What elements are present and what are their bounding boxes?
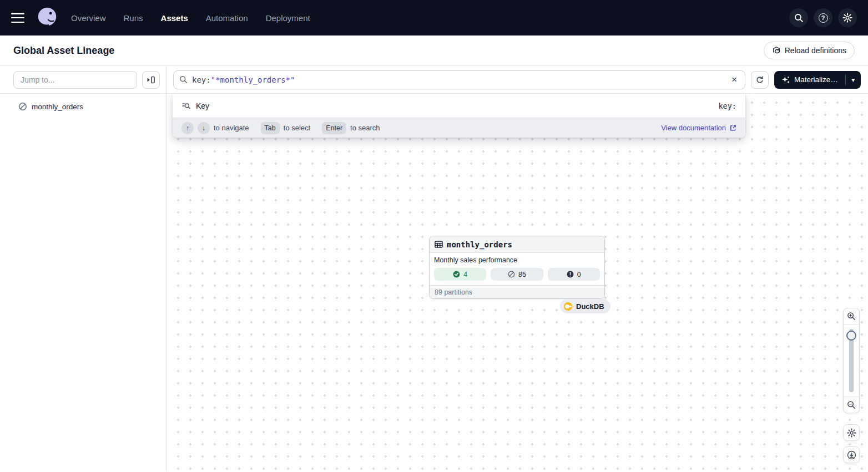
graph-toolbar: key:"*monthly_orders*" × Materialize… ▾ [167,66,868,94]
table-icon [435,241,443,248]
partitions-label: 89 partitions [435,288,472,296]
content-area: monthly_orders key:"*monthly_orders*" × [0,66,868,471]
external-link-icon [729,124,736,131]
materialized-count: 4 [463,271,467,278]
nav-item-automation[interactable]: Automation [206,13,248,23]
sidebar-toolbar [0,66,166,94]
nav-item-assets[interactable]: Assets [161,13,188,23]
download-circle-icon [847,450,856,460]
asset-search-input[interactable]: key:"*monthly_orders*" × [173,70,745,89]
tab-key: Tab [261,122,280,134]
lineage-canvas[interactable]: Key key: ↑ ↓ to navigate Tab to select E… [167,94,868,471]
zoom-out-button[interactable] [844,397,859,413]
suggestion-row-key[interactable]: Key key: [173,94,745,118]
duckdb-storage-badge[interactable]: DuckDB [560,299,610,313]
nav-item-deployment[interactable]: Deployment [266,13,310,23]
download-view-button[interactable] [843,446,860,463]
enter-key: Enter [322,122,346,134]
asset-node-name: monthly_orders [447,240,512,249]
duckdb-icon [563,302,573,311]
zoom-control-panel [843,308,860,413]
collapse-panel-icon [147,76,155,84]
top-nav-actions: ? [789,8,857,27]
search-query-value: "*monthly_orders*" [211,75,295,84]
select-hint: to select [284,124,310,132]
search-query-prefix: key: [192,75,211,84]
materialized-count-pill[interactable]: 4 [434,268,486,281]
duckdb-label: DuckDB [576,302,604,311]
collapse-panel-button[interactable] [142,71,160,89]
search-icon [179,75,188,84]
circle-slash-icon [508,271,515,278]
zoom-in-icon [847,312,856,321]
chevron-down-icon: ▾ [851,76,855,84]
view-documentation-label: View documentation [661,124,726,132]
missing-count: 85 [518,271,526,278]
partition-status-pills: 4 85 0 [434,268,600,281]
primary-nav: Overview Runs Assets Automation Deployme… [71,13,310,23]
asset-node-description: Monthly sales performance [434,256,600,264]
missing-count-pill[interactable]: 85 [491,268,543,281]
materialize-dropdown-button[interactable]: ▾ [846,71,861,89]
materialize-label: Materialize… [794,75,838,84]
gear-icon [847,428,856,438]
asset-node-footer: 89 partitions [430,285,604,298]
zoom-out-icon [847,400,856,409]
top-nav-bar: Overview Runs Assets Automation Deployme… [0,0,868,35]
asset-sidebar: monthly_orders [0,66,167,471]
exclamation-circle-icon [567,271,574,278]
search-icon [794,13,804,23]
search-autocomplete-dropdown: Key key: ↑ ↓ to navigate Tab to select E… [173,94,745,138]
navigate-hint: to navigate [214,124,249,132]
page-title: Global Asset Lineage [13,45,114,57]
asset-node-body: Monthly sales performance 4 [430,253,604,285]
view-documentation-link[interactable]: View documentation [661,124,736,132]
search-hint: to search [350,124,380,132]
asset-node-monthly-orders[interactable]: monthly_orders Monthly sales performance… [429,236,605,299]
nav-item-overview[interactable]: Overview [71,13,106,23]
zoom-slider[interactable] [844,324,859,397]
nav-item-runs[interactable]: Runs [124,13,143,23]
reload-definitions-label: Reload definitions [785,46,846,55]
never-materialized-icon [18,102,27,111]
reload-code-location-icon [772,46,781,55]
jump-to-input[interactable] [13,71,137,89]
sparkle-icon [781,75,790,84]
failed-count: 0 [577,271,581,278]
global-search-button[interactable] [789,8,808,27]
check-circle-icon [453,271,460,278]
zoom-in-button[interactable] [844,308,859,324]
help-icon: ? [819,13,828,23]
suggestion-syntax: key: [718,101,736,110]
dagster-logo[interactable] [36,6,59,29]
settings-button[interactable] [838,8,857,27]
search-query-text: key:"*monthly_orders*" [192,75,295,84]
lineage-graph-panel: key:"*monthly_orders*" × Materialize… ▾ [167,66,868,471]
graph-settings-button[interactable] [843,424,860,441]
materialize-split-button: Materialize… ▾ [774,71,861,89]
suggestion-label: Key [196,101,209,110]
refresh-graph-button[interactable] [751,71,769,89]
asset-list: monthly_orders [0,94,166,119]
zoom-slider-handle[interactable] [846,331,856,341]
autocomplete-footer: ↑ ↓ to navigate Tab to select Enter to s… [173,118,745,138]
failed-count-pill[interactable]: 0 [548,268,600,281]
asset-node-header: monthly_orders [430,236,604,253]
refresh-icon [755,75,764,84]
hamburger-menu-icon[interactable] [11,13,24,23]
materialize-button[interactable]: Materialize… [774,71,845,89]
sidebar-item-label: monthly_orders [32,103,83,111]
help-button[interactable]: ? [814,8,832,27]
arrow-down-key: ↓ [198,122,210,134]
arrow-up-key: ↑ [181,122,194,134]
gear-icon [842,13,852,23]
sidebar-item-monthly-orders[interactable]: monthly_orders [0,99,166,114]
page-header: Global Asset Lineage Reload definitions [0,35,868,66]
filter-search-icon [181,101,191,110]
clear-search-button[interactable]: × [729,74,739,85]
reload-definitions-button[interactable]: Reload definitions [764,42,855,59]
